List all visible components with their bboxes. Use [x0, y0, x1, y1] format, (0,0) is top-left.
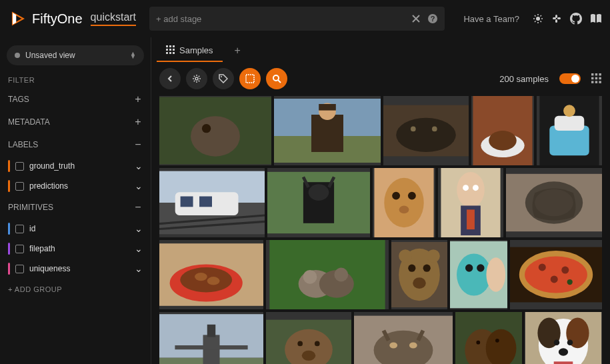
svg-point-54	[489, 131, 517, 151]
sample-thumbnail[interactable]	[391, 240, 447, 309]
svg-line-12	[541, 15, 542, 17]
view-selector[interactable]: Unsaved view ▲▼	[7, 45, 144, 65]
svg-point-75	[457, 172, 485, 207]
view-bar[interactable]: + add stage ?	[149, 7, 445, 31]
sample-thumbnail[interactable]	[537, 96, 602, 165]
checkbox[interactable]	[15, 225, 24, 233]
sample-thumbnail[interactable]	[510, 240, 602, 309]
sample-grid	[151, 93, 610, 364]
slack-icon[interactable]	[551, 13, 562, 24]
sample-thumbnail[interactable]	[450, 240, 507, 309]
sample-thumbnail[interactable]	[506, 168, 602, 237]
chevron-down-icon[interactable]: ⌄	[135, 223, 143, 234]
sample-thumbnail[interactable]	[159, 240, 263, 309]
svg-point-130	[495, 339, 499, 343]
tag-button[interactable]	[213, 68, 234, 89]
svg-point-85	[180, 267, 232, 292]
field-ground-truth[interactable]: ground_truth ⌄	[0, 156, 151, 176]
toggle-switch[interactable]	[559, 73, 581, 84]
sample-thumbnail[interactable]	[525, 312, 602, 364]
svg-rect-25	[173, 52, 175, 54]
sample-thumbnail[interactable]	[455, 312, 522, 364]
section-labels[interactable]: LABELS −	[0, 133, 151, 156]
field-id[interactable]: id ⌄	[0, 219, 151, 239]
back-button[interactable]	[159, 68, 181, 89]
section-primitives[interactable]: PRIMITIVES −	[0, 196, 151, 219]
add-tab-button[interactable]: +	[225, 39, 250, 62]
grid-size-icon[interactable]	[591, 73, 602, 84]
sample-thumbnail[interactable]	[438, 168, 503, 237]
sample-thumbnail[interactable]	[354, 312, 453, 364]
fiftyone-logo-icon	[8, 9, 27, 28]
svg-rect-62	[181, 197, 193, 207]
section-tags[interactable]: TAGS +	[0, 88, 151, 111]
color-indicator	[8, 180, 10, 192]
chevron-down-icon[interactable]: ⌄	[135, 181, 143, 191]
svg-marker-1	[13, 13, 16, 25]
color-indicator	[8, 263, 10, 275]
app-logo[interactable]: FiftyOne	[8, 9, 83, 28]
checkbox[interactable]	[15, 182, 24, 191]
team-link[interactable]: Have a Team?	[463, 14, 519, 24]
checkbox[interactable]	[15, 245, 24, 253]
svg-line-10	[541, 21, 542, 23]
add-stage-placeholder: + add stage	[156, 14, 411, 24]
svg-point-124	[389, 343, 397, 349]
sample-thumbnail[interactable]	[267, 168, 370, 237]
svg-point-4	[536, 17, 540, 21]
minus-icon[interactable]: −	[133, 201, 143, 213]
field-predictions[interactable]: predictions ⌄	[0, 176, 151, 196]
field-uniqueness[interactable]: uniqueness ⌄	[0, 259, 151, 279]
tag-icon	[219, 74, 228, 83]
tab-samples[interactable]: Samples	[157, 40, 223, 62]
svg-point-51	[432, 127, 437, 132]
dataset-selector[interactable]: quickstart	[91, 11, 136, 26]
svg-point-91	[303, 270, 317, 284]
settings-button[interactable]	[186, 68, 207, 89]
svg-rect-17	[166, 45, 168, 47]
svg-rect-38	[595, 81, 597, 83]
svg-point-71	[392, 192, 400, 200]
svg-point-58	[563, 105, 575, 117]
github-icon[interactable]	[570, 13, 582, 25]
svg-rect-22	[173, 49, 175, 51]
svg-rect-138	[554, 361, 573, 364]
theme-icon[interactable]	[533, 13, 543, 24]
chevron-down-icon[interactable]: ⌄	[135, 161, 143, 171]
sample-thumbnail[interactable]	[159, 96, 271, 165]
sample-thumbnail[interactable]	[266, 240, 389, 309]
tab-label: Samples	[179, 45, 213, 55]
sample-thumbnail[interactable]	[159, 312, 263, 364]
chevron-down-icon[interactable]: ⌄	[135, 243, 143, 254]
stepper-icon[interactable]: ▲▼	[130, 52, 136, 59]
svg-rect-19	[173, 45, 175, 47]
help-icon[interactable]: ?	[427, 13, 438, 24]
field-filepath[interactable]: filepath ⌄	[0, 239, 151, 259]
sample-thumbnail[interactable]	[471, 96, 534, 165]
svg-point-79	[473, 185, 479, 191]
grid-icon	[166, 45, 175, 55]
sample-thumbnail[interactable]	[159, 168, 265, 237]
sample-thumbnail[interactable]	[274, 96, 381, 165]
plus-icon[interactable]: +	[133, 93, 143, 105]
checkbox[interactable]	[15, 162, 24, 171]
patches-button[interactable]	[239, 68, 261, 89]
chevron-down-icon[interactable]: ⌄	[135, 263, 143, 274]
svg-point-137	[559, 348, 568, 355]
sample-thumbnail[interactable]	[266, 312, 351, 364]
svg-rect-14	[557, 17, 561, 19]
svg-rect-115	[175, 345, 247, 349]
checkbox[interactable]	[15, 265, 24, 273]
close-icon[interactable]	[411, 14, 421, 23]
svg-point-120	[315, 341, 320, 347]
svg-point-68	[309, 184, 329, 201]
search-button[interactable]	[266, 68, 287, 89]
svg-point-42	[202, 124, 211, 133]
section-metadata[interactable]: METADATA +	[0, 111, 151, 133]
minus-icon[interactable]: −	[133, 139, 143, 151]
docs-icon[interactable]	[590, 13, 602, 24]
plus-icon[interactable]: +	[133, 116, 143, 128]
add-group-button[interactable]: + ADD GROUP	[0, 279, 151, 300]
sample-thumbnail[interactable]	[373, 168, 435, 237]
sample-thumbnail[interactable]	[383, 96, 469, 165]
